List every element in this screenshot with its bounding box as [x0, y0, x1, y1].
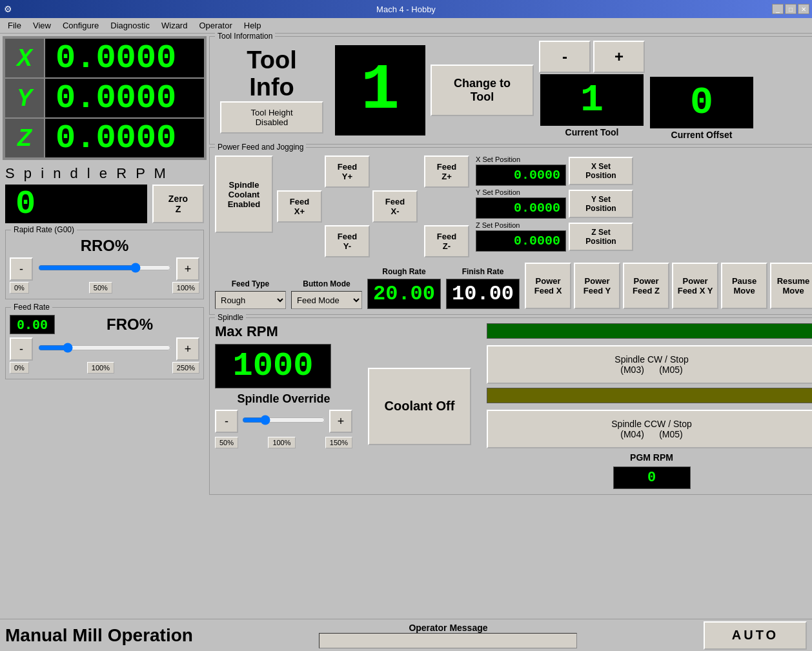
dro-z-value: 0.0000	[45, 119, 204, 157]
rapid-rate-marks: 0% 50% 100%	[10, 281, 199, 295]
spindle-ccw-progress-bar	[487, 388, 812, 403]
tool-right-panels: - + 1 Current Tool 0 Current Offset	[539, 41, 753, 140]
spindle-override-minus[interactable]: -	[215, 410, 238, 433]
power-feed-x-button[interactable]: PowerFeed X	[525, 263, 571, 309]
spindle-override-150[interactable]: 150%	[325, 437, 352, 448]
feed-rate-plus[interactable]: +	[176, 337, 199, 361]
window-title: Mach 4 - Hobby	[376, 5, 436, 14]
current-offset-col: 0 Current Offset	[650, 41, 753, 140]
spindle-left: Max RPM 1000 Spindle Override - + 50% 10…	[215, 323, 352, 489]
title-bar: ⚙ Mach 4 - Hobby _ □ ✕	[0, 0, 812, 18]
power-feed-title: Power Feed and Jogging	[215, 143, 306, 152]
feed-rate-100[interactable]: 100%	[87, 362, 114, 374]
x-set-pos-button[interactable]: X SetPosition	[569, 157, 633, 185]
dro-area: X 0.0000 Y 0.0000 Z 0.0000	[3, 36, 207, 160]
feed-xplus-button[interactable]: FeedX+	[277, 190, 322, 223]
feed-yminus-button[interactable]: FeedY-	[325, 225, 370, 257]
z-jog-area: FeedZ+ FeedZ-	[424, 155, 469, 257]
current-tool-col: - + 1 Current Tool	[539, 41, 645, 140]
zero-z-button[interactable]: ZeroZ	[152, 185, 204, 223]
menu-wizard[interactable]: Wizard	[156, 19, 192, 32]
spindle-right: Spindle CW / Stop(M03) (M05) Spindle CCW…	[487, 323, 812, 489]
auto-button[interactable]: AUTO	[704, 621, 807, 650]
menu-diagnostic[interactable]: Diagnostic	[105, 19, 155, 32]
feed-rate-controls: - +	[10, 337, 199, 361]
menu-file[interactable]: File	[3, 19, 26, 32]
left-panel: X 0.0000 Y 0.0000 Z 0.0000 S p i n d l e…	[3, 36, 207, 616]
spindle-override-slider[interactable]	[242, 415, 325, 425]
feed-rate-slider[interactable]	[38, 343, 171, 353]
power-feed-y-button[interactable]: PowerFeed Y	[574, 263, 620, 309]
rapid-rate-label: RRO%	[10, 234, 199, 257]
change-to-tool-button[interactable]: Change toTool	[431, 65, 534, 116]
menu-operator[interactable]: Operator	[194, 19, 237, 32]
rapid-rate-100[interactable]: 100%	[172, 282, 199, 294]
menu-view[interactable]: View	[28, 19, 56, 32]
close-button[interactable]: ✕	[798, 4, 809, 14]
rapid-rate-title: Rapid Rate (G00)	[11, 225, 77, 234]
spindle-override-100[interactable]: 100%	[268, 437, 295, 448]
tool-plus-button[interactable]: +	[593, 41, 645, 73]
tool-minus-button[interactable]: -	[539, 41, 591, 73]
spindle-cw-stop-button[interactable]: Spindle CW / Stop(M03) (M05)	[487, 345, 812, 384]
menu-help[interactable]: Help	[239, 19, 267, 32]
rapid-rate-slider-container	[36, 263, 174, 275]
rough-rate-value: 20.00	[367, 279, 441, 309]
spindle-override-marks: 50% 100% 150%	[215, 437, 352, 448]
x-set-pos-row: X Set Position 0.0000 X SetPosition	[476, 155, 633, 186]
y-set-pos-row: Y Set Position 0.0000 Y SetPosition	[476, 188, 633, 219]
feed-zminus-button[interactable]: FeedZ-	[424, 225, 469, 257]
y-set-pos-button[interactable]: Y SetPosition	[569, 190, 633, 218]
finish-rate-value: 10.00	[446, 279, 520, 309]
menu-configure[interactable]: Configure	[57, 19, 104, 32]
power-feed-z-button[interactable]: PowerFeed Z	[623, 263, 669, 309]
max-rpm-label: Max RPM	[215, 323, 352, 340]
rapid-rate-plus[interactable]: +	[176, 257, 199, 281]
rapid-rate-minus[interactable]: -	[10, 257, 33, 281]
spindle-ccw-stop-button[interactable]: Spindle CCW / Stop(M04) (M05)	[487, 410, 812, 448]
current-tool-label: Current Tool	[565, 127, 619, 137]
rapid-rate-50[interactable]: 50%	[89, 282, 112, 294]
feed-rate-minus[interactable]: -	[10, 337, 33, 361]
spindle-override-50[interactable]: 50%	[215, 437, 238, 448]
app-icon: ⚙	[4, 4, 12, 14]
feed-rate-0[interactable]: 0%	[10, 362, 29, 374]
rapid-rate-box: Rapid Rate (G00) RRO% - + 0% 50% 100%	[5, 230, 204, 299]
spindle-coolant-button[interactable]: SpindleCoolantEnabled	[215, 155, 273, 233]
pause-move-button[interactable]: PauseMove	[721, 263, 767, 309]
rough-rate-display: Rough Rate 20.00	[367, 267, 441, 309]
current-tool-value: 1	[540, 74, 644, 126]
feed-rate-title: Feed Rate	[11, 303, 52, 312]
power-feed-xy-button[interactable]: PowerFeed X Y	[672, 263, 718, 309]
power-feed-section: Power Feed and Jogging SpindleCoolantEna…	[209, 147, 812, 315]
rapid-rate-0[interactable]: 0%	[10, 282, 29, 294]
spindle-override-plus[interactable]: +	[329, 410, 352, 433]
feed-yplus-button[interactable]: FeedY+	[325, 155, 370, 188]
coolant-off-button[interactable]: Coolant Off	[368, 368, 471, 445]
x-set-pos-value: 0.0000	[476, 165, 566, 186]
tool-height-button[interactable]: Tool HeightDisabled	[220, 101, 323, 134]
restore-button[interactable]: □	[785, 4, 797, 14]
feed-type-dropdown[interactable]: Rough	[215, 291, 286, 309]
feed-zplus-button[interactable]: FeedZ+	[424, 155, 469, 188]
dro-y-label: Y	[5, 79, 44, 117]
button-mode-dropdown[interactable]: Feed Mode	[291, 291, 362, 309]
dro-y-value: 0.0000	[45, 79, 204, 117]
window-controls[interactable]: _ □ ✕	[772, 4, 809, 14]
manual-mill-label: Manual Mill Operation	[5, 625, 193, 646]
z-set-pos-button[interactable]: Z SetPosition	[569, 223, 633, 251]
feed-xminus-button[interactable]: FeedX-	[372, 190, 418, 223]
feed-rate-250[interactable]: 250%	[172, 362, 199, 374]
minimize-button[interactable]: _	[772, 4, 784, 14]
rapid-rate-controls: - +	[10, 257, 199, 281]
rapid-rate-slider[interactable]	[38, 263, 171, 273]
finish-rate-label: Finish Rate	[446, 267, 520, 276]
xy-jog-area: FeedY+ FeedX+ FeedX- FeedY-	[277, 155, 418, 257]
spindle-override-controls: - +	[215, 410, 352, 433]
z-set-pos-label: Z Set Position	[476, 221, 566, 229]
feed-type-label: Feed Type	[215, 279, 286, 288]
menu-bar: File View Configure Diagnostic Wizard Op…	[0, 18, 812, 34]
tool-number-display: 1	[335, 45, 425, 135]
operator-msg-input[interactable]	[319, 633, 577, 648]
resume-move-button[interactable]: ResumeMove	[770, 263, 812, 309]
